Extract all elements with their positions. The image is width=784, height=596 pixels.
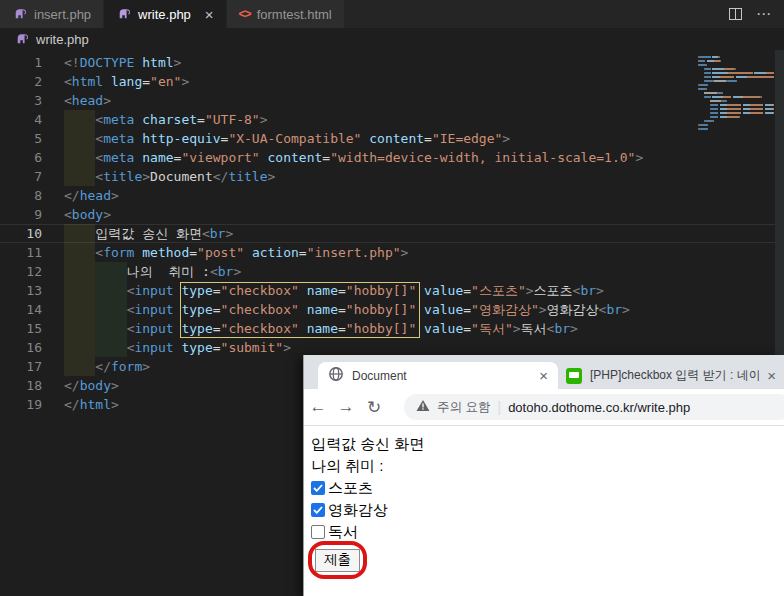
chrome-tab-document[interactable]: Document ×	[318, 362, 558, 389]
close-tab-icon[interactable]: ×	[205, 7, 214, 22]
code-line[interactable]: 15 <input type="checkbox" name="hobby[]"…	[0, 319, 784, 338]
line-number: 3	[0, 91, 64, 110]
code-line[interactable]: 4 <meta charset="UTF-8">	[0, 110, 784, 129]
checkbox-label: 독서	[328, 521, 358, 543]
line-number: 9	[0, 205, 64, 224]
tab-formtest-html[interactable]: <> formtest.html	[227, 0, 344, 28]
chrome-tab-naver[interactable]: [PHP]checkbox 입력 받기 : 네이버 ×	[562, 362, 784, 389]
breadcrumb[interactable]: write.php	[0, 28, 784, 50]
naver-blog-icon	[566, 368, 582, 384]
code-line[interactable]: 13 <input type="checkbox" name="hobby[]"…	[0, 281, 784, 300]
line-number: 12	[0, 262, 64, 281]
back-icon[interactable]: ←	[304, 397, 332, 417]
checkbox-row: 스포츠	[311, 477, 784, 499]
code-line[interactable]: 3<head>	[0, 91, 784, 110]
tab-insert-php[interactable]: insert.php	[0, 0, 103, 28]
vscode-tab-bar: insert.php write.php × <> formtest.html …	[0, 0, 784, 28]
checkbox-row: 독서	[311, 521, 784, 543]
page-subheading: 나의 취미 :	[311, 455, 784, 477]
line-number: 4	[0, 110, 64, 129]
omnibox-separator: |	[497, 399, 501, 415]
line-number: 19	[0, 395, 64, 414]
minimap[interactable]	[698, 55, 774, 131]
chrome-window: Document × [PHP]checkbox 입력 받기 : 네이버 × ←…	[303, 355, 784, 596]
php-elephant-icon	[12, 7, 28, 22]
globe-icon	[328, 366, 344, 386]
line-number: 11	[0, 243, 64, 262]
code-line[interactable]: 5 <meta http-equiv="X-UA-Compatible" con…	[0, 129, 784, 148]
code-line[interactable]: 6 <meta name="viewport" content="width=d…	[0, 148, 784, 167]
chrome-tab-title: Document	[352, 369, 531, 383]
line-number: 10	[0, 224, 64, 243]
line-number: 16	[0, 338, 64, 357]
chrome-toolbar: ← → ↻ 주의 요함 | dotoho.dothome.co.kr/write…	[304, 389, 784, 425]
checkbox-label: 스포츠	[328, 477, 373, 499]
code-line[interactable]: 12 나의 취미 :<br>	[0, 262, 784, 281]
code-line[interactable]: 14 <input type="checkbox" name="hobby[]"…	[0, 300, 784, 319]
close-tab-icon[interactable]: ×	[767, 368, 776, 383]
breadcrumb-file: write.php	[36, 32, 89, 47]
close-tab-icon[interactable]: ×	[539, 368, 548, 383]
line-number: 8	[0, 186, 64, 205]
tab-label: formtest.html	[257, 7, 332, 22]
php-elephant-icon	[116, 7, 132, 22]
checkbox-list: 스포츠영화감상독서	[311, 477, 784, 543]
line-number: 1	[0, 53, 64, 72]
html-brackets-icon: <>	[239, 7, 251, 21]
line-number: 18	[0, 376, 64, 395]
line-number: 2	[0, 72, 64, 91]
line-number: 5	[0, 129, 64, 148]
checkbox-unchecked-icon[interactable]	[311, 525, 325, 539]
security-status[interactable]: 주의 요함	[437, 399, 490, 416]
line-number: 6	[0, 148, 64, 167]
chrome-tab-title: [PHP]checkbox 입력 받기 : 네이버	[590, 367, 759, 384]
page-content: 입력값 송신 화면 나의 취미 : 스포츠영화감상독서 제출	[304, 425, 784, 596]
split-editor-icon[interactable]	[729, 8, 742, 20]
checkbox-label: 영화감상	[328, 499, 388, 521]
checkbox-checked-icon[interactable]	[311, 503, 325, 517]
code-line[interactable]: 11 <form method="post" action="insert.ph…	[0, 243, 784, 262]
php-elephant-icon	[14, 32, 30, 47]
code-line[interactable]: 1<!DOCTYPE html>	[0, 53, 784, 72]
submit-button[interactable]: 제출	[315, 549, 360, 572]
screen: insert.php write.php × <> formtest.html …	[0, 0, 784, 596]
line-number: 14	[0, 300, 64, 319]
url-text: dotoho.dothome.co.kr/write.php	[508, 400, 690, 415]
tab-write-php[interactable]: write.php ×	[104, 0, 226, 28]
code-line[interactable]: 7 <title>Document</title>	[0, 167, 784, 186]
tab-label: insert.php	[34, 7, 91, 22]
line-number: 7	[0, 167, 64, 186]
line-number: 17	[0, 357, 64, 376]
line-number: 13	[0, 281, 64, 300]
address-bar[interactable]: 주의 요함 | dotoho.dothome.co.kr/write.php	[404, 394, 784, 420]
checkbox-row: 영화감상	[311, 499, 784, 521]
reload-icon[interactable]: ↻	[360, 397, 388, 418]
tab-label: write.php	[138, 7, 191, 22]
page-heading: 입력값 송신 화면	[311, 433, 784, 455]
code-line[interactable]: 10 입력값 송신 화면<br>	[0, 224, 784, 243]
code-line[interactable]: 8</head>	[0, 186, 784, 205]
code-line[interactable]: 9<body>	[0, 205, 784, 224]
warning-triangle-icon	[416, 398, 430, 416]
more-actions-icon[interactable]: ⋯	[756, 5, 772, 23]
forward-icon[interactable]: →	[332, 397, 360, 417]
code-line[interactable]: 2<html lang="en">	[0, 72, 784, 91]
checkbox-checked-icon[interactable]	[311, 481, 325, 495]
chrome-tab-strip: Document × [PHP]checkbox 입력 받기 : 네이버 ×	[304, 355, 784, 389]
line-number: 15	[0, 319, 64, 338]
